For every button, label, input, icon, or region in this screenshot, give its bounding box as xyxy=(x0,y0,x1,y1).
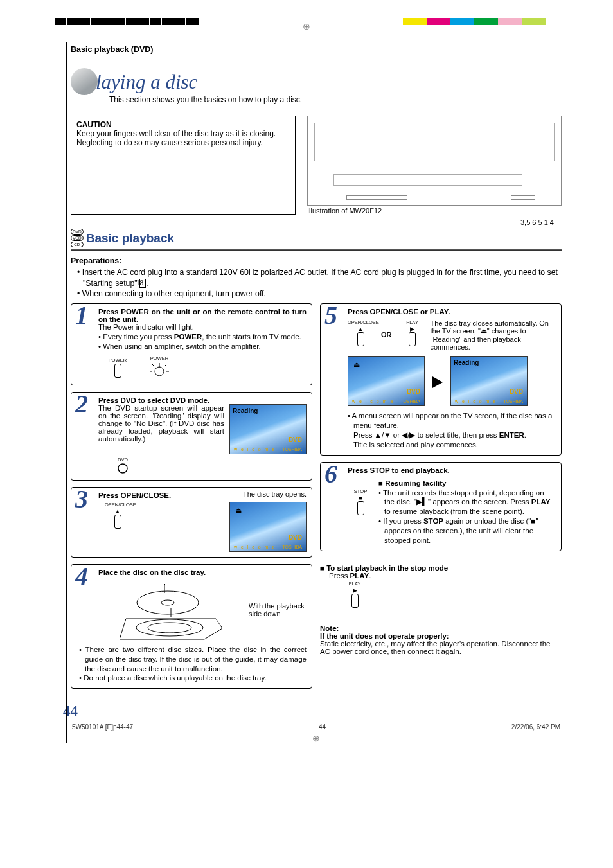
note-subheading: If the unit does not operate properly: xyxy=(320,632,562,640)
tv-screen-thumbnail: Reading DVD w e l c o m e TOSHIBA xyxy=(229,404,306,454)
step-lead: Press STOP to end playback. xyxy=(348,466,556,474)
open-close-button-icon: OPEN/CLOSE ▲ xyxy=(105,502,130,529)
step-number-icon: 5 xyxy=(324,303,337,328)
preparations: Preparations: Insert the AC cord plug in… xyxy=(71,256,562,299)
step-text: The DVD startup screen will appear on th… xyxy=(98,404,224,443)
step-number-icon: 2 xyxy=(75,391,88,417)
start-playback-section: ■ To start playback in the stop mode Pre… xyxy=(320,564,562,608)
svg-point-0 xyxy=(155,367,164,376)
preparations-heading: Preparations: xyxy=(71,256,121,265)
power-unit-icon: POWER xyxy=(150,355,169,380)
step-lead: Press POWER on the unit or on the remote… xyxy=(98,308,306,323)
svg-line-4 xyxy=(152,364,154,366)
step-1: 1 Press POWER on the unit or on the remo… xyxy=(71,303,312,385)
step-number-icon: 4 xyxy=(75,563,88,589)
step-3: 3 Press OPEN/CLOSE. The disc tray opens.… xyxy=(71,487,312,558)
caution-box: CAUTION Keep your fingers well clear of … xyxy=(71,116,296,215)
step-lead: Press DVD to select DVD mode. xyxy=(98,396,306,404)
step-bullet: Do not place a disc which is unplayable … xyxy=(79,673,306,683)
title-ornament xyxy=(71,68,98,95)
eject-icon: ⏏ xyxy=(353,360,360,369)
footer-mid: 44 xyxy=(319,723,326,731)
step-2: 2 Press DVD to select DVD mode. The DVD … xyxy=(71,392,312,481)
step-bullet: When using an amplifier, switch on the a… xyxy=(98,342,306,351)
footer: 5W50101A [E]p44-47 44 2/22/06, 6:42 PM xyxy=(71,723,562,731)
footer-right: 2/22/06, 6:42 PM xyxy=(511,723,560,731)
play-button-icon: PLAY ▶ xyxy=(400,319,425,346)
intro-text: This section shows you the basics on how… xyxy=(109,95,302,104)
note-heading: Note: xyxy=(320,624,562,632)
breadcrumb: Basic playback (DVD) xyxy=(71,45,562,54)
caution-heading: CAUTION xyxy=(76,120,112,129)
note-block: Note: If the unit does not operate prope… xyxy=(320,624,562,655)
section-title: Basic playback xyxy=(86,231,174,245)
step-text: With the playback side down xyxy=(249,602,306,617)
product-illustration xyxy=(307,116,562,206)
caution-body: Keep your fingers well clear of the disc… xyxy=(76,129,276,147)
illustration-caption: Illustration of MW20F12 xyxy=(307,207,382,215)
step-6: 6 Press STOP to end playback. STOP ■ ■ R… xyxy=(320,462,562,552)
disc-tray-illustration xyxy=(120,580,222,641)
prep-item: Insert the AC cord plug into a standard … xyxy=(77,267,562,288)
crop-marks: ⊕ xyxy=(0,0,613,26)
tv-screen-thumbnail: ⏏ DVD w e l c o m e TOSHIBA xyxy=(348,356,425,406)
tv-screen-thumbnail: ⏏ DVD w e l c o m e TOSHIBA xyxy=(229,502,306,552)
step-bullet: A menu screen will appear on the TV scre… xyxy=(348,411,556,450)
note-body: Static electricity, etc., may affect the… xyxy=(320,640,550,655)
step-number-icon: 1 xyxy=(75,303,88,328)
step-bullet: The unit records the stopped point, depe… xyxy=(378,488,556,517)
page-number: 44 xyxy=(63,703,562,720)
step-lead: Place the disc on the disc tray. xyxy=(98,569,306,576)
tv-screen-thumbnail: Reading DVD w e l c o m e TOSHIBA xyxy=(450,356,528,406)
footer-left: 5W50101A [E]p44-47 xyxy=(72,723,133,731)
eject-icon: ⏏ xyxy=(235,506,242,515)
svg-point-6 xyxy=(118,464,127,473)
dvd-button-icon: DVD xyxy=(110,457,136,475)
step-bullet: If you press STOP again or unload the di… xyxy=(378,517,556,545)
disc-type-badges: DVD VCD CD xyxy=(71,228,84,248)
step-lead: Press OPEN/CLOSE or PLAY. xyxy=(348,308,556,315)
step-text: The disc tray closes automatically. On t… xyxy=(431,319,556,351)
margin-rule xyxy=(66,42,67,743)
play-button-icon: PLAY ▶ xyxy=(342,581,368,608)
step-lead: Press OPEN/CLOSE. xyxy=(98,492,171,499)
page-reference: 18 xyxy=(139,279,146,288)
step-bullet: There are two different disc sizes. Plac… xyxy=(79,645,306,674)
resuming-heading: ■ Resuming facility xyxy=(378,479,556,487)
step-4: 4 Place the disc on the disc tray. xyxy=(71,564,312,689)
illustration-callouts: 3,5 6 5 1 4 xyxy=(520,218,554,226)
step-5: 5 Press OPEN/CLOSE or PLAY. OPEN/CLOSE ▲… xyxy=(320,303,562,456)
step-number-icon: 6 xyxy=(324,461,337,487)
play-resume-icon: ▶▍ xyxy=(416,498,428,506)
step-number-icon: 3 xyxy=(75,486,88,512)
registration-mark: ⊕ xyxy=(303,21,310,31)
or-label: OR xyxy=(381,331,392,339)
registration-mark: ⊕ xyxy=(71,733,562,743)
prep-item: When connecting to other equipment, turn… xyxy=(77,288,562,299)
open-close-button-icon: OPEN/CLOSE ▲ xyxy=(348,319,373,346)
power-remote-icon: POWER xyxy=(105,357,130,378)
step-bullet: Every time you press POWER, the unit sta… xyxy=(98,332,306,342)
svg-line-5 xyxy=(164,364,166,366)
stop-button-icon: STOP ■ xyxy=(348,488,373,515)
page-title: Playing a disc xyxy=(84,68,302,94)
arrow-right-icon xyxy=(432,376,443,388)
step-text: The Power indicator will light. xyxy=(98,323,194,331)
svg-point-8 xyxy=(161,600,174,605)
